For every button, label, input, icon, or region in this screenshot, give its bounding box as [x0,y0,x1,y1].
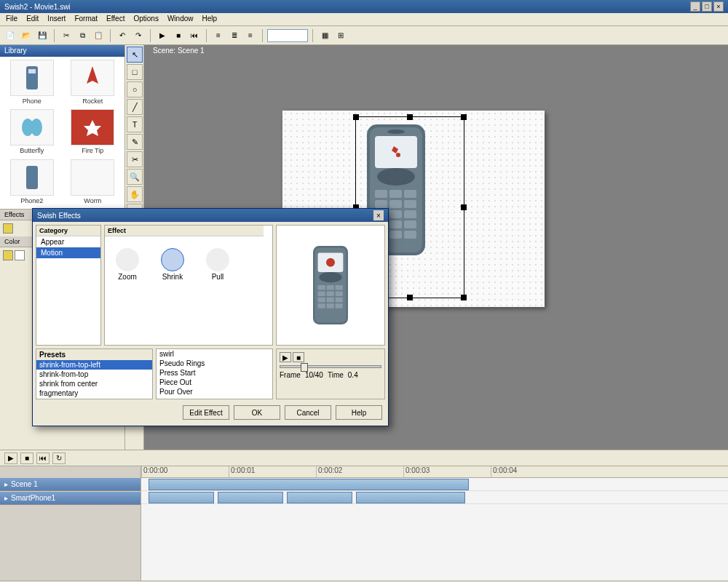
resize-handle[interactable] [353,114,359,120]
cancel-button[interactable]: Cancel [285,405,331,420]
undo-icon[interactable]: ↶ [115,28,130,43]
minimize-button[interactable]: _ [690,1,700,12]
library-item[interactable]: Fire Tip [64,109,122,156]
resize-handle[interactable] [461,204,467,210]
menu-insert[interactable]: Insert [47,15,66,24]
text-tool[interactable]: T [127,116,143,132]
expand-icon[interactable]: ▸ [4,494,8,502]
edit-effect-button[interactable]: Edit Effect [183,405,229,420]
timeline-play-icon[interactable]: ▶ [4,453,17,464]
menu-edit[interactable]: Edit [26,15,39,24]
library-item[interactable]: Phone [3,60,61,106]
track-row[interactable] [141,478,728,491]
ellipse-tool[interactable]: ○ [127,81,143,97]
library-item[interactable]: Worm [64,159,122,206]
maximize-button[interactable]: □ [702,1,712,12]
swatch[interactable] [15,250,25,260]
rect-tool[interactable]: □ [127,64,143,80]
track-area[interactable]: 0:00:00 0:00:01 0:00:02 0:00:03 0:00:04 [141,466,728,581]
resize-handle[interactable] [407,295,413,300]
effect-item[interactable]: Shrink [154,248,191,281]
timeline-rewind-icon[interactable]: ⏮ [36,453,50,464]
save-icon[interactable]: 💾 [35,28,50,43]
track-label[interactable]: ▸SmartPhone1 [0,492,141,505]
open-icon[interactable]: 📂 [19,28,33,43]
menu-file[interactable]: File [6,15,17,24]
align-center-icon[interactable]: ≣ [227,28,242,43]
preset-item[interactable]: shrink-from-top-left [36,360,152,370]
preset-item[interactable]: Pour Over [157,387,272,396]
line-tool[interactable]: ╱ [127,99,143,115]
dialog-titlebar[interactable]: Swish Effects × [33,209,388,222]
resize-handle[interactable] [461,114,467,120]
effect-preview [276,225,385,346]
align-right-icon[interactable]: ≡ [243,28,258,43]
copy-icon[interactable]: ⧉ [75,28,90,43]
time-ruler[interactable]: 0:00:00 0:00:01 0:00:02 0:00:03 0:00:04 [141,466,728,478]
track-row[interactable] [141,491,728,504]
category-item[interactable]: Motion [36,247,100,258]
menu-options[interactable]: Options [133,15,158,24]
rewind-icon[interactable]: ⏮ [187,28,202,43]
track-label[interactable]: ▸Scene 1 [0,478,141,491]
preview-slider[interactable] [280,365,381,368]
preset-list-left[interactable]: Presets shrink-from-top-left shrink-from… [36,348,153,399]
preset-list-right[interactable]: swirl Pseudo Rings Press Start Piece Out… [156,348,273,399]
dialog-close-icon[interactable]: × [373,210,384,220]
pencil-tool[interactable]: ✎ [127,134,143,150]
expand-icon[interactable]: ▸ [4,480,8,488]
preset-item[interactable]: Piece Out [157,378,272,387]
preset-item[interactable]: fragmentary [36,388,152,398]
hand-tool[interactable]: ✋ [127,186,143,202]
resize-handle[interactable] [461,295,467,300]
timeline-clip[interactable] [149,492,214,503]
new-icon[interactable]: 📄 [3,28,17,43]
close-button[interactable]: × [713,1,724,12]
align-left-icon[interactable]: ≡ [211,28,226,43]
effect-item[interactable]: Pull [199,248,236,281]
swatch[interactable] [3,250,13,260]
timeline-clip[interactable] [149,479,469,490]
timeline-loop-icon[interactable]: ↻ [52,453,66,464]
timeline-clip[interactable] [287,492,352,503]
grid-icon[interactable]: ▦ [317,28,332,43]
crop-tool[interactable]: ✂ [127,151,143,167]
preview-stop-icon[interactable]: ■ [293,352,304,362]
preset-item[interactable]: Press Start [157,368,272,378]
menu-effect[interactable]: Effect [106,15,124,24]
swatch[interactable] [3,223,13,234]
menu-window[interactable]: Window [167,15,194,24]
help-button[interactable]: Help [336,405,382,420]
stop-icon[interactable]: ■ [171,28,186,43]
menu-help[interactable]: Help [202,15,217,24]
svg-rect-37 [327,291,334,296]
effect-item[interactable]: Zoom [109,248,146,281]
resize-handle[interactable] [407,114,413,120]
library-item[interactable]: Rocket [64,60,122,106]
timeline-clip[interactable] [218,492,283,503]
ok-button[interactable]: OK [234,405,280,420]
preset-item[interactable]: shrink-from-top [36,370,152,379]
preview-play-icon[interactable]: ▶ [280,352,291,362]
preset-item[interactable]: shrink from center [36,379,152,388]
play-icon[interactable]: ▶ [155,28,170,43]
cut-icon[interactable]: ✂ [59,28,74,43]
timeline-panel: ▶ ■ ⏮ ↻ ▸Scene 1 ▸SmartPhone1 0:00:00 0:… [0,450,728,581]
paste-icon[interactable]: 📋 [91,28,106,43]
preset-item[interactable]: swirl [157,349,272,359]
zoom-combo[interactable] [267,29,308,42]
category-item[interactable]: Appear [36,236,100,247]
time-label: Time [328,371,344,379]
svg-point-4 [31,119,42,136]
preset-item[interactable]: Pseudo Rings [157,359,272,368]
select-tool[interactable]: ↖ [127,47,143,63]
timeline-clip[interactable] [356,492,465,503]
zoom-tool[interactable]: 🔍 [127,169,143,185]
timeline-stop-icon[interactable]: ■ [20,453,33,464]
library-item[interactable]: Phone2 [3,159,61,206]
redo-icon[interactable]: ↷ [131,28,146,43]
menu-format[interactable]: Format [74,15,98,24]
library-item[interactable]: Butterfly [3,109,61,156]
svg-rect-6 [26,166,38,189]
snap-icon[interactable]: ⊞ [333,28,348,43]
